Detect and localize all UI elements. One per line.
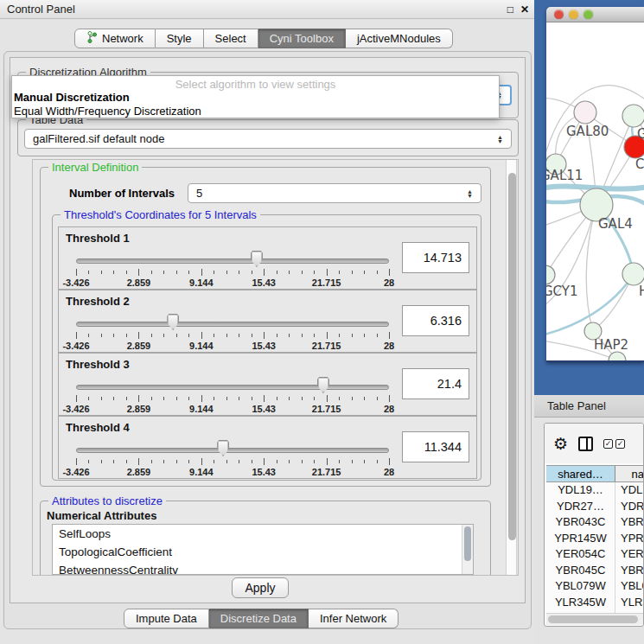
threshold-slider[interactable]: -3.4262.8599.14415.4321.71528 bbox=[76, 246, 389, 288]
slider-thumb-icon[interactable] bbox=[317, 377, 329, 393]
tick-mark bbox=[364, 460, 365, 463]
threshold-slider[interactable]: -3.4262.8599.14415.4321.71528 bbox=[76, 373, 389, 414]
slider-track[interactable] bbox=[76, 448, 389, 453]
network-canvas[interactable]: GAL80GACGAL11GAL4GCY1HHAP2 bbox=[546, 22, 644, 360]
attribute-list-item[interactable]: SelfLoops bbox=[53, 525, 473, 543]
network-node-label: GA bbox=[637, 126, 644, 142]
table-row[interactable]: YBL079WYBL0 bbox=[546, 578, 644, 595]
network-node-label: H bbox=[639, 284, 644, 299]
checkbox-icon[interactable]: ✓ bbox=[615, 439, 625, 449]
algorithm-option-manual-discretization[interactable]: Manual Discretization bbox=[12, 91, 499, 105]
slider-thumb-icon[interactable] bbox=[167, 314, 179, 330]
minimize-traffic-light-icon[interactable] bbox=[569, 10, 578, 19]
cell-name: YBL0 bbox=[615, 578, 644, 595]
tick-mark bbox=[101, 397, 102, 400]
float-window-icon[interactable]: □ bbox=[507, 3, 513, 16]
table-data-combobox[interactable]: galFiltered.sif default node ▲▼ bbox=[24, 129, 512, 149]
tick-label: 21.715 bbox=[312, 277, 341, 288]
tick-mark bbox=[76, 269, 77, 276]
tab-select[interactable]: Select bbox=[204, 29, 258, 48]
table-header-row[interactable]: shared…na bbox=[546, 465, 644, 482]
tick-mark bbox=[352, 334, 353, 337]
tick-mark bbox=[188, 397, 189, 400]
slider-thumb-icon[interactable] bbox=[251, 251, 263, 267]
attribute-list-item[interactable]: BetweennessCentrality bbox=[53, 561, 473, 575]
number-of-intervals-combobox[interactable]: 5 ▲▼ bbox=[188, 183, 481, 203]
tick-mark bbox=[327, 332, 328, 339]
algorithm-dropdown-popup: Select algorithm to view settings Manual… bbox=[11, 75, 500, 118]
table-row[interactable]: YLR345WYLR3 bbox=[546, 595, 644, 611]
network-node[interactable] bbox=[622, 263, 644, 285]
tab-cyni-toolbox[interactable]: Cyni Toolbox bbox=[258, 29, 346, 48]
column-header-shared-name[interactable]: shared… bbox=[546, 466, 615, 481]
attribute-list-item[interactable]: TopologicalCoefficient bbox=[53, 543, 473, 561]
tick-mark bbox=[302, 271, 303, 274]
attributes-list-scrollbar[interactable] bbox=[462, 525, 473, 574]
table-row[interactable]: YPR145WYPR1 bbox=[546, 531, 644, 547]
tab-style[interactable]: Style bbox=[156, 29, 204, 48]
tick-mark bbox=[226, 334, 227, 337]
apply-button[interactable]: Apply bbox=[232, 577, 289, 598]
network-node[interactable] bbox=[546, 265, 555, 284]
tick-mark bbox=[188, 460, 189, 463]
tick-mark bbox=[113, 460, 114, 463]
table-panel-title: Table Panel bbox=[547, 399, 606, 412]
algorithm-option-equal-width-frequency-discretization[interactable]: Equal Width/Frequency Discretization bbox=[12, 105, 499, 118]
table-row[interactable]: YDR27…YDR2 bbox=[546, 499, 644, 515]
threshold-value-field[interactable]: 14.713 bbox=[402, 242, 469, 273]
close-window-icon[interactable]: ✕ bbox=[520, 3, 529, 16]
tab-impute-data[interactable]: Impute Data bbox=[124, 609, 209, 628]
cell-shared-name: YPR145W bbox=[546, 531, 615, 547]
tick-mark bbox=[277, 460, 277, 463]
tick-mark bbox=[364, 271, 365, 274]
tick-mark bbox=[113, 334, 114, 337]
tab-jactivemnodules[interactable]: jActiveMNodules bbox=[346, 29, 453, 48]
scrollbar-thumb[interactable] bbox=[508, 173, 516, 540]
tab-discretize-data[interactable]: Discretize Data bbox=[209, 609, 309, 628]
scrollbar-thumb[interactable] bbox=[464, 526, 471, 561]
tick-mark bbox=[176, 271, 177, 274]
network-node[interactable] bbox=[574, 101, 596, 124]
close-traffic-light-icon[interactable] bbox=[554, 10, 564, 19]
tick-label: -3.426 bbox=[62, 341, 89, 351]
tick-mark bbox=[302, 334, 303, 337]
table-row[interactable]: YER054CYER0 bbox=[546, 546, 644, 563]
table-row[interactable]: YBR043CYBR0 bbox=[546, 514, 644, 531]
table-row[interactable]: YBR045CYBR0 bbox=[546, 563, 644, 579]
threshold-value-field[interactable]: 6.316 bbox=[402, 305, 469, 336]
table-row[interactable]: YDL19…YDL1 bbox=[546, 482, 644, 499]
slider-thumb-icon[interactable] bbox=[217, 440, 229, 456]
tick-mark bbox=[126, 271, 127, 274]
split-columns-icon[interactable] bbox=[578, 437, 593, 451]
tick-mark bbox=[277, 271, 277, 274]
cell-name: YER0 bbox=[615, 546, 644, 563]
tick-mark bbox=[101, 271, 102, 274]
threshold-value-field[interactable]: 11.344 bbox=[402, 431, 469, 462]
threshold-slider[interactable]: -3.4262.8599.14415.4321.71528 bbox=[76, 436, 389, 477]
threshold-value-field[interactable]: 21.4 bbox=[402, 368, 469, 399]
network-node[interactable] bbox=[622, 105, 644, 127]
tab-infer-network[interactable]: Infer Network bbox=[309, 609, 399, 628]
algorithm-placeholder-item[interactable]: Select algorithm to view settings bbox=[12, 76, 499, 91]
table-horizontal-scrollbar[interactable] bbox=[546, 613, 643, 625]
tick-mark bbox=[289, 271, 290, 274]
threshold-slider[interactable]: -3.4262.8599.14415.4321.71528 bbox=[76, 309, 389, 351]
tick-mark bbox=[389, 395, 390, 402]
tab-network[interactable]: Network bbox=[74, 29, 156, 48]
slider-track[interactable] bbox=[76, 258, 389, 264]
tick-mark bbox=[314, 460, 315, 463]
numerical-attributes-list[interactable]: SelfLoopsTopologicalCoefficientBetweenne… bbox=[52, 524, 474, 575]
settings-vertical-scrollbar[interactable] bbox=[506, 160, 517, 575]
slider-track[interactable] bbox=[76, 322, 389, 327]
network-window-titlebar bbox=[546, 7, 644, 22]
scrollbar-thumb[interactable] bbox=[548, 615, 638, 623]
checkbox-icon[interactable]: ✓ bbox=[603, 439, 613, 449]
zoom-traffic-light-icon[interactable] bbox=[583, 10, 593, 19]
column-header-name[interactable]: na bbox=[615, 466, 644, 481]
tick-mark bbox=[226, 397, 227, 400]
slider-track[interactable] bbox=[76, 385, 389, 390]
tick-mark bbox=[389, 332, 390, 339]
tick-mark bbox=[163, 334, 164, 337]
tick-label: 28 bbox=[384, 277, 394, 288]
gear-icon[interactable]: ⚙ bbox=[553, 436, 568, 452]
